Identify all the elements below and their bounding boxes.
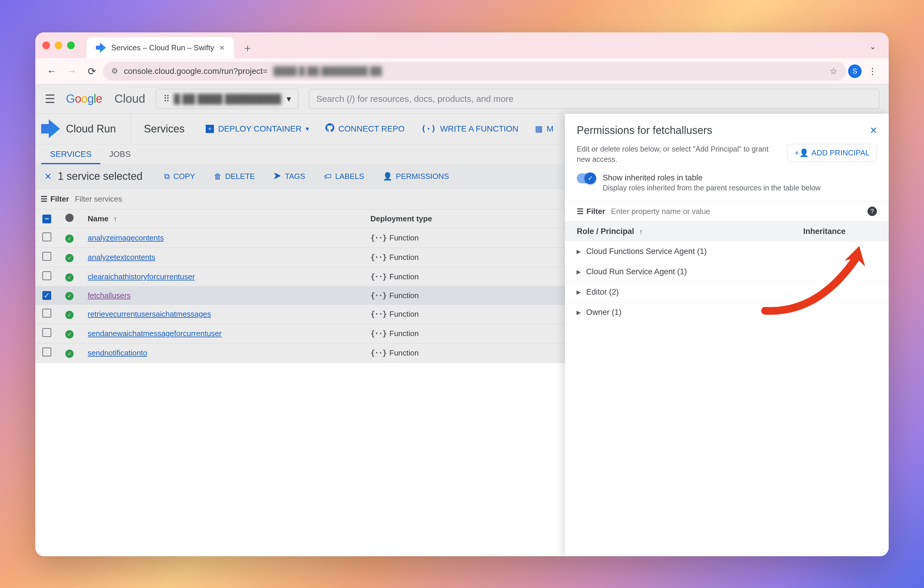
tab-jobs[interactable]: JOBS <box>101 150 140 164</box>
select-all-checkbox[interactable]: − <box>42 215 51 223</box>
expand-icon[interactable]: ▸ <box>576 266 581 277</box>
service-link[interactable]: analyzetextcontents <box>88 253 155 262</box>
back-button[interactable]: ← <box>43 63 61 80</box>
tab-overflow-button[interactable]: ⌄ <box>866 40 879 53</box>
deployment-type: Function <box>389 349 419 357</box>
filter-label: ☰ Filter <box>41 195 69 204</box>
tabstrip: Services – Cloud Run – Swifty × ＋ ⌄ <box>35 32 889 58</box>
status-ok-icon: ✓ <box>65 235 74 243</box>
deploy-container-button[interactable]: + DEPLOY CONTAINER ▾ <box>198 114 317 144</box>
permissions-panel: Permissions for fetchallusers × Edit or … <box>565 114 889 556</box>
panel-filter-row: ☰ Filter ? <box>565 201 889 221</box>
project-picker[interactable]: ⠿ █ ██ ████ █████████ ▾ <box>156 89 299 109</box>
url-text-obscured: ████ █ ██ ████████ ██ <box>273 66 382 76</box>
close-window-button[interactable] <box>42 41 50 49</box>
service-link[interactable]: sendanewaichatmessageforcurrentuser <box>88 329 221 338</box>
service-link[interactable]: retrievecurrentusersaichatmessages <box>88 310 211 319</box>
service-link[interactable]: sendnotificationto <box>88 349 147 357</box>
row-checkbox[interactable] <box>42 309 51 317</box>
col-name[interactable]: Name <box>88 214 109 223</box>
site-info-icon[interactable]: ⚙ <box>111 66 118 76</box>
add-principal-button[interactable]: +👤 ADD PRINCIPAL <box>787 144 877 162</box>
service-link[interactable]: analyzeimagecontents <box>88 233 164 242</box>
panel-header: Permissions for fetchallusers × <box>565 114 889 143</box>
service-link[interactable]: clearaichathistoryforcurrentuser <box>88 272 195 281</box>
clear-selection-button[interactable]: × <box>40 170 56 183</box>
col-inheritance[interactable]: Inheritance <box>792 221 889 241</box>
url-input[interactable]: ⚙ console.cloud.google.com/run?project=█… <box>103 62 846 81</box>
expand-icon[interactable]: ▸ <box>576 246 581 256</box>
close-tab-button[interactable]: × <box>219 43 225 53</box>
section-title: Services <box>131 114 198 144</box>
role-label: Owner (1) <box>586 308 622 317</box>
role-row[interactable]: ▸Cloud Run Service Agent (1) <box>565 262 889 282</box>
panel-description: Edit or delete roles below, or select "A… <box>577 144 778 165</box>
status-ok-icon: ✓ <box>65 311 74 319</box>
row-checkbox[interactable]: ✓ <box>42 291 51 300</box>
deployment-type: Function <box>389 310 419 319</box>
connect-repo-button[interactable]: CONNECT REPO <box>317 114 413 144</box>
role-row[interactable]: ▸Owner (1) <box>565 302 889 322</box>
address-bar: ← → ⟳ ⚙ console.cloud.google.com/run?pro… <box>35 58 889 84</box>
reload-button[interactable]: ⟳ <box>83 63 101 80</box>
row-checkbox[interactable] <box>42 252 51 261</box>
function-type-icon: {··} <box>371 233 387 242</box>
panel-intro: Edit or delete roles below, or select "A… <box>565 143 889 170</box>
delete-button[interactable]: 🗑DELETE <box>205 164 264 188</box>
cloud-run-logo <box>35 114 66 144</box>
deployment-type: Function <box>389 329 419 338</box>
status-ok-icon: ✓ <box>65 330 74 339</box>
role-row[interactable]: ▸Editor (2) <box>565 282 889 302</box>
label-icon: 🏷 <box>324 172 332 181</box>
function-type-icon: {··} <box>371 310 387 319</box>
forward-button[interactable]: → <box>63 63 81 80</box>
row-checkbox[interactable] <box>42 348 51 357</box>
project-name-obscured: █ ██ ████ █████████ <box>174 94 281 104</box>
filter-icon: ☰ <box>41 195 47 204</box>
expand-icon[interactable]: ▸ <box>576 307 581 317</box>
close-panel-button[interactable]: × <box>870 124 877 137</box>
service-link[interactable]: fetchallusers <box>88 291 130 300</box>
nav-menu-button[interactable]: ☰ <box>45 92 55 106</box>
more-actions-button-cut[interactable]: ▦ M <box>527 114 562 144</box>
new-tab-button[interactable]: ＋ <box>242 41 253 55</box>
resource-search-input[interactable]: Search (/) for resources, docs, products… <box>309 89 879 109</box>
status-ok-icon: ✓ <box>65 292 74 300</box>
write-function-button[interactable]: (·) WRITE A FUNCTION <box>413 114 527 144</box>
function-type-icon: {··} <box>371 291 387 300</box>
bookmark-icon[interactable]: ☆ <box>830 66 838 76</box>
maximize-window-button[interactable] <box>67 41 75 49</box>
toggle-knob: ✓ <box>584 172 596 184</box>
col-role-principal[interactable]: Role / Principal <box>577 227 634 236</box>
permissions-button[interactable]: 👤PERMISSIONS <box>374 164 458 188</box>
status-header-icon <box>65 214 74 222</box>
function-type-icon: {··} <box>371 349 387 357</box>
minimize-window-button[interactable] <box>55 41 63 49</box>
role-label: Cloud Run Service Agent (1) <box>586 267 687 276</box>
browser-menu-button[interactable]: ⋮ <box>864 66 881 76</box>
sort-asc-icon: ↑ <box>114 215 117 223</box>
labels-button[interactable]: 🏷LABELS <box>315 164 373 188</box>
copy-button[interactable]: ⧉COPY <box>155 164 204 188</box>
row-checkbox[interactable] <box>42 271 51 280</box>
role-row[interactable]: ▸Cloud Functions Service Agent (1) <box>565 241 889 262</box>
grid-icon: ▦ <box>535 124 543 134</box>
col-deploy-type[interactable]: Deployment type <box>371 214 432 223</box>
profile-avatar[interactable]: S <box>848 64 861 78</box>
cloud-header: ☰ Google Cloud ⠿ █ ██ ████ █████████ ▾ S… <box>35 84 889 114</box>
add-icon: + <box>206 125 214 133</box>
show-inherited-toggle[interactable]: ✓ <box>577 173 596 183</box>
row-checkbox[interactable] <box>42 328 51 337</box>
panel-filter-input[interactable] <box>611 207 861 216</box>
tab-services[interactable]: SERVICES <box>41 150 101 164</box>
copy-icon: ⧉ <box>164 172 170 181</box>
toggle-title: Show inherited roles in table <box>603 173 821 182</box>
browser-window: Services – Cloud Run – Swifty × ＋ ⌄ ← → … <box>35 32 889 556</box>
github-icon <box>325 123 334 134</box>
help-icon[interactable]: ? <box>868 206 877 216</box>
row-checkbox[interactable] <box>42 233 51 241</box>
tags-button[interactable]: ⮞TAGS <box>265 164 314 188</box>
browser-tab[interactable]: Services – Cloud Run – Swifty × <box>86 37 234 58</box>
role-label: Editor (2) <box>586 287 619 296</box>
expand-icon[interactable]: ▸ <box>576 287 581 297</box>
